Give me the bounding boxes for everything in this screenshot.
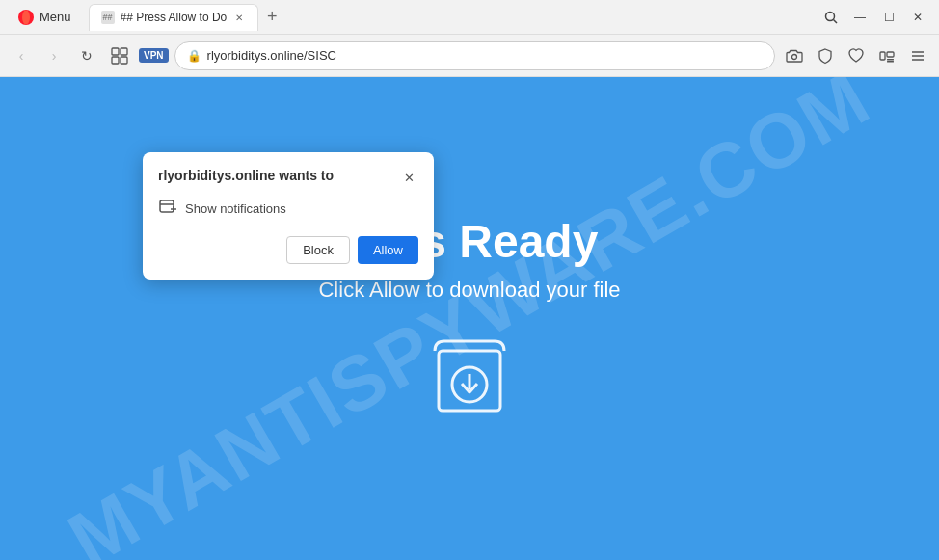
dialog-permission-label: Show notifications bbox=[185, 201, 286, 216]
notification-permission-icon bbox=[158, 197, 177, 221]
download-icon bbox=[431, 332, 508, 418]
opera-menu-button[interactable]: ## Press Allow to Do Menu bbox=[8, 5, 81, 30]
maximize-button[interactable]: ☐ bbox=[875, 4, 902, 31]
page-content: MYANTISPYWARE.COM ad Is Ready Click Allo… bbox=[0, 77, 939, 560]
dialog-permission-row: Show notifications bbox=[158, 197, 418, 221]
tabs-grid-icon bbox=[111, 47, 128, 65]
svg-rect-4 bbox=[112, 48, 119, 55]
svg-point-8 bbox=[792, 54, 797, 59]
tab-favicon: ## bbox=[101, 11, 115, 24]
address-bar: ‹ › ↻ VPN 🔒 rlyorbiditys.online/SISC bbox=[0, 35, 939, 77]
dialog-header: rlyorbiditys.online wants to ✕ bbox=[158, 168, 418, 187]
address-field[interactable]: 🔒 rlyorbiditys.online/SISC bbox=[174, 41, 775, 70]
svg-rect-10 bbox=[887, 52, 894, 57]
search-window-button[interactable] bbox=[818, 4, 845, 31]
main-menu-button[interactable] bbox=[904, 42, 931, 69]
close-window-button[interactable]: ✕ bbox=[904, 4, 931, 31]
dialog-title: rlyorbiditys.online wants to bbox=[158, 168, 399, 183]
window-controls: — ☐ ✕ bbox=[818, 4, 931, 31]
allow-button[interactable]: Allow bbox=[358, 236, 418, 264]
svg-line-3 bbox=[834, 19, 838, 23]
heart-button[interactable] bbox=[843, 42, 870, 69]
lock-icon: 🔒 bbox=[187, 49, 201, 63]
reload-button[interactable]: ↻ bbox=[73, 42, 100, 69]
minimize-button[interactable]: — bbox=[846, 4, 873, 31]
opera-logo-icon bbox=[17, 9, 35, 26]
vpn-badge[interactable]: VPN bbox=[139, 48, 169, 63]
extensions-icon bbox=[878, 47, 896, 65]
svg-rect-12 bbox=[887, 61, 894, 63]
new-tab-button[interactable]: + bbox=[260, 6, 283, 29]
svg-rect-11 bbox=[887, 59, 894, 61]
svg-rect-5 bbox=[121, 48, 127, 55]
shield-button[interactable] bbox=[812, 42, 839, 69]
svg-point-2 bbox=[826, 12, 835, 20]
title-bar: ## Press Allow to Do Menu ## ## Press Al… bbox=[0, 0, 939, 35]
page-subheading: Click Allow to download your file bbox=[318, 278, 620, 303]
shield-icon bbox=[817, 47, 834, 65]
tab-bar: ## ## Press Allow to Do ✕ + bbox=[89, 4, 810, 31]
notification-dialog: rlyorbiditys.online wants to ✕ Show noti… bbox=[143, 152, 434, 280]
dialog-close-button[interactable]: ✕ bbox=[399, 168, 418, 187]
browser-window: ## Press Allow to Do Menu ## ## Press Al… bbox=[0, 0, 939, 560]
back-button[interactable]: ‹ bbox=[8, 42, 35, 69]
svg-rect-7 bbox=[121, 57, 127, 64]
address-text: rlyorbiditys.online/SISC bbox=[207, 48, 336, 63]
camera-button[interactable] bbox=[781, 42, 808, 69]
extensions-button[interactable] bbox=[873, 42, 900, 69]
svg-rect-9 bbox=[880, 52, 885, 60]
toolbar-icons bbox=[781, 42, 931, 69]
tab-close-button[interactable]: ✕ bbox=[232, 11, 246, 24]
svg-rect-6 bbox=[112, 57, 119, 64]
tabs-overview-button[interactable] bbox=[106, 42, 133, 69]
heart-icon bbox=[847, 47, 865, 65]
download-icon-wrap bbox=[431, 332, 508, 418]
forward-button[interactable]: › bbox=[40, 42, 67, 69]
hamburger-icon bbox=[909, 47, 926, 65]
active-tab[interactable]: ## ## Press Allow to Do ✕ bbox=[89, 4, 259, 31]
tab-title: ## Press Allow to Do bbox=[121, 11, 228, 24]
dialog-buttons: Block Allow bbox=[158, 236, 418, 264]
svg-rect-19 bbox=[160, 200, 174, 212]
search-icon bbox=[824, 11, 838, 24]
camera-icon bbox=[786, 47, 803, 65]
svg-point-1 bbox=[22, 10, 30, 24]
block-button[interactable]: Block bbox=[286, 236, 350, 264]
